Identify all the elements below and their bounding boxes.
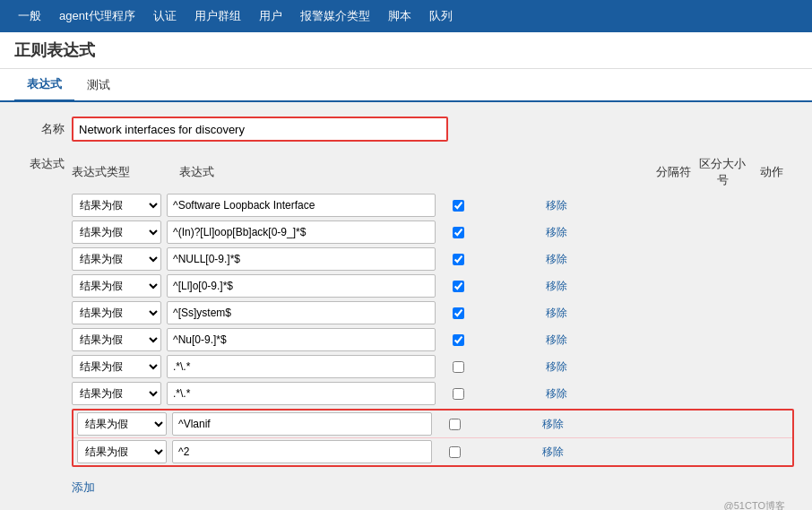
- table-row: 结果为假 结果为真 移除: [73, 411, 792, 438]
- expr-text-input[interactable]: [172, 440, 432, 463]
- highlighted-rows: 结果为假 结果为真 移除 结果为假 结果为真 移除: [72, 409, 794, 467]
- nav-item-一般[interactable]: 一般: [9, 0, 50, 32]
- nav-item-队列[interactable]: 队列: [420, 0, 462, 32]
- action-cell: 移除: [534, 279, 579, 294]
- remove-link[interactable]: 移除: [546, 386, 567, 402]
- remove-link[interactable]: 移除: [542, 417, 564, 432]
- tabs-bar: 表达式 测试: [0, 69, 812, 102]
- table-row: 结果为假 结果为真 移除: [72, 382, 794, 405]
- nav-item-用户[interactable]: 用户: [250, 0, 291, 32]
- remove-link[interactable]: 移除: [546, 252, 567, 267]
- action-cell: 移除: [534, 198, 579, 213]
- delim-checkbox[interactable]: [453, 227, 464, 238]
- page-header: 正则表达式: [0, 32, 812, 69]
- delim-checkbox[interactable]: [453, 281, 464, 292]
- expr-type-select[interactable]: 结果为假 结果为真: [72, 220, 161, 244]
- remove-link[interactable]: 移除: [546, 198, 567, 213]
- action-cell: 移除: [531, 445, 575, 460]
- delim-checkbox-cell: [436, 200, 480, 212]
- expr-text-input[interactable]: [167, 328, 436, 351]
- name-input[interactable]: [72, 117, 448, 142]
- table-row: 结果为假 结果为真 移除: [72, 247, 794, 271]
- delim-checkbox[interactable]: [449, 419, 461, 430]
- col-type-header: 表达式类型: [72, 164, 179, 180]
- expr-text-input[interactable]: [172, 412, 432, 436]
- delim-checkbox[interactable]: [449, 446, 461, 458]
- table-row: 结果为假 结果为真 移除: [72, 194, 794, 217]
- expr-text-input[interactable]: [167, 220, 436, 244]
- action-cell: 移除: [534, 333, 579, 348]
- delim-checkbox[interactable]: [453, 254, 464, 265]
- expr-type-select[interactable]: 结果为假 结果为真: [72, 194, 161, 217]
- delim-checkbox-cell: [436, 334, 480, 346]
- expr-type-select[interactable]: 结果为假 结果为真: [72, 301, 161, 324]
- name-row: 名称: [18, 117, 794, 142]
- tab-test[interactable]: 测试: [74, 69, 123, 100]
- table-header: 表达式类型 表达式 分隔符 区分大小号 动作: [72, 152, 794, 192]
- nav-item-认证[interactable]: 认证: [144, 0, 186, 32]
- expr-text-input[interactable]: [167, 247, 436, 271]
- action-cell: 移除: [534, 252, 579, 267]
- delim-checkbox-cell: [436, 281, 480, 292]
- expr-text-input[interactable]: [167, 194, 436, 217]
- delim-checkbox-cell: [436, 227, 480, 238]
- col-delim-header: 分隔符: [651, 164, 695, 180]
- content-area: 名称 表达式 表达式类型 表达式 分隔符 区分大小号 动作 结果为假 结果为真: [0, 102, 812, 510]
- expr-type-select[interactable]: 结果为假 结果为真: [72, 382, 161, 405]
- expr-text-input[interactable]: [167, 301, 436, 324]
- action-cell: 移除: [531, 417, 575, 432]
- delim-checkbox-cell: [436, 388, 480, 400]
- nav-item-用户群组[interactable]: 用户群组: [186, 0, 250, 32]
- table-row: 结果为假 结果为真 移除: [72, 301, 794, 324]
- remove-link[interactable]: 移除: [546, 306, 567, 321]
- nav-item-脚本[interactable]: 脚本: [379, 0, 420, 32]
- delim-checkbox-cell: [436, 361, 480, 373]
- remove-link[interactable]: 移除: [542, 445, 564, 460]
- tab-expressions[interactable]: 表达式: [14, 69, 74, 102]
- delim-checkbox[interactable]: [453, 388, 464, 400]
- table-row: 结果为假 结果为真 移除: [73, 438, 792, 465]
- expr-label: 表达式: [18, 152, 72, 510]
- remove-link[interactable]: 移除: [546, 279, 567, 294]
- action-cell: 移除: [534, 306, 579, 321]
- col-case-header: 区分大小号: [695, 156, 749, 188]
- delim-checkbox[interactable]: [453, 361, 464, 373]
- delim-checkbox[interactable]: [453, 307, 464, 319]
- expr-table: 表达式类型 表达式 分隔符 区分大小号 动作 结果为假 结果为真 移除 结: [72, 152, 794, 510]
- top-navigation: 一般agent代理程序认证用户群组用户报警媒介类型脚本队列: [0, 0, 812, 32]
- delim-checkbox[interactable]: [453, 334, 464, 346]
- expr-type-select[interactable]: 结果为假 结果为真: [77, 412, 167, 436]
- expr-text-input[interactable]: [167, 382, 436, 405]
- table-row: 结果为假 结果为真 移除: [72, 355, 794, 378]
- expr-type-select[interactable]: 结果为假 结果为真: [72, 355, 161, 378]
- table-row: 结果为假 结果为真 移除: [72, 220, 794, 244]
- expr-text-input[interactable]: [167, 355, 436, 378]
- action-cell: 移除: [534, 225, 579, 240]
- col-action-header: 动作: [749, 164, 794, 180]
- expr-type-select[interactable]: 结果为假 结果为真: [77, 440, 167, 463]
- add-link[interactable]: 添加: [72, 480, 95, 496]
- name-label: 名称: [18, 121, 72, 137]
- expressions-section: 表达式 表达式类型 表达式 分隔符 区分大小号 动作 结果为假 结果为真: [18, 152, 794, 510]
- remove-link[interactable]: 移除: [546, 359, 567, 375]
- expr-type-select[interactable]: 结果为假 结果为真: [72, 274, 161, 298]
- delim-checkbox-cell: [432, 446, 477, 458]
- page-title: 正则表达式: [14, 39, 798, 61]
- normal-rows: 结果为假 结果为真 移除 结果为假 结果为真 移除: [72, 194, 794, 405]
- remove-link[interactable]: 移除: [546, 225, 567, 240]
- expr-text-input[interactable]: [167, 274, 436, 298]
- delim-checkbox-cell: [432, 419, 477, 430]
- action-cell: 移除: [534, 359, 579, 375]
- watermark: @51CTO博客: [72, 499, 794, 510]
- nav-item-报警媒介类型[interactable]: 报警媒介类型: [291, 0, 379, 32]
- action-cell: 移除: [534, 386, 579, 402]
- nav-item-agent代理程序[interactable]: agent代理程序: [50, 0, 144, 32]
- remove-link[interactable]: 移除: [546, 333, 567, 348]
- table-row: 结果为假 结果为真 移除: [72, 274, 794, 298]
- delim-checkbox-cell: [436, 254, 480, 265]
- add-section: 添加: [72, 472, 794, 496]
- delim-checkbox[interactable]: [453, 200, 464, 212]
- expr-type-select[interactable]: 结果为假 结果为真: [72, 247, 161, 271]
- expr-type-select[interactable]: 结果为假 结果为真: [72, 328, 161, 351]
- delim-checkbox-cell: [436, 307, 480, 319]
